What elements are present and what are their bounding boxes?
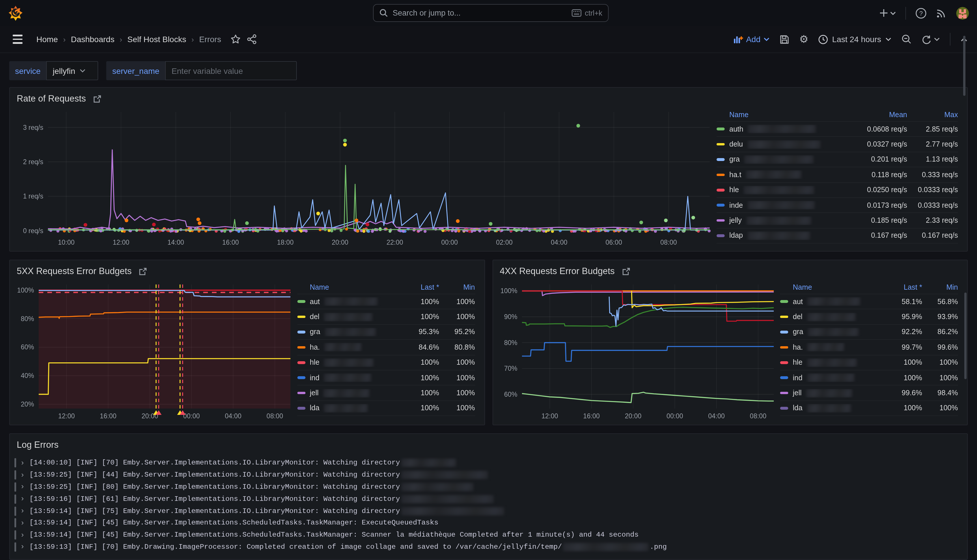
share-button[interactable] [247, 34, 257, 45]
log-line[interactable]: ›[13:59:14] [INF] [45] Emby.Server.Imple… [15, 529, 961, 541]
series-color-pill [297, 407, 305, 409]
legend-row[interactable]: ldap0.167 req/s0.167 req/s [716, 228, 958, 243]
panel-header[interactable]: Log Errors [10, 434, 967, 452]
legend-value: 100% [922, 373, 958, 382]
legend-row[interactable]: gra95.3%95.2% [297, 325, 475, 340]
log-line[interactable]: ›[13:59:25] [INF] [80] Emby.Server.Imple… [15, 481, 961, 493]
favorite-star-button[interactable] [230, 34, 241, 45]
legend-row[interactable]: del100%100% [297, 310, 475, 325]
legend-row[interactable]: aut58.1%56.8% [780, 294, 958, 310]
toolbar-divider [950, 33, 950, 46]
dashboard-settings-button[interactable]: ⚙ [799, 33, 808, 46]
external-link-icon[interactable] [93, 94, 102, 103]
external-link-icon[interactable] [139, 267, 147, 275]
legend-row[interactable]: hle100%100% [780, 355, 958, 370]
redacted-series-name [324, 343, 361, 352]
legend-row[interactable]: delu0.0327 req/s2.77 req/s [716, 137, 958, 152]
panel-title: Rate of Requests [17, 93, 86, 104]
time-range-picker[interactable]: Last 24 hours [818, 34, 892, 44]
redacted-log-text [401, 495, 494, 503]
legend-row[interactable]: hle0.0250 req/s0.0333 req/s [716, 183, 958, 198]
new-item-button[interactable] [879, 9, 896, 17]
add-panel-button[interactable]: Add [733, 35, 770, 44]
y-tick-label: 1 req/s [23, 192, 43, 200]
y-tick-label: 100% [17, 287, 34, 294]
panel-header[interactable]: 4XX Requests Error Budgets [493, 260, 967, 279]
legend-row[interactable]: ha.t0.118 req/s0.333 req/s [716, 167, 958, 183]
legend-row[interactable]: auth0.0608 req/s2.85 req/s [716, 122, 958, 137]
series-color-pill [297, 377, 305, 379]
grafana-logo-icon[interactable] [8, 5, 23, 21]
legend-row[interactable]: inde0.0173 req/s0.0333 req/s [716, 198, 958, 213]
expand-chevron-icon[interactable]: › [20, 519, 25, 527]
redacted-series-name [743, 186, 814, 195]
legend-row[interactable]: ind100%100% [780, 370, 958, 386]
service-variable-select[interactable]: jellyfin [47, 61, 99, 80]
legend-row[interactable]: ha.84.6%80.8% [297, 340, 475, 355]
series-color-pill [297, 346, 305, 348]
redacted-log-text [563, 543, 648, 551]
log-line[interactable]: ›[13:59:14] [INF] [75] Emby.Server.Imple… [15, 505, 961, 517]
expand-chevron-icon[interactable]: › [20, 459, 25, 467]
log-text: .png [650, 543, 666, 551]
breadcrumb-folder[interactable]: Self Host Blocks [127, 35, 186, 44]
error-budget-4xx-svg[interactable]: 60%70%80%90%100%12:0016:0020:0000:0004:0… [494, 280, 778, 423]
menu-toggle-button[interactable] [9, 32, 26, 47]
log-line[interactable]: ›[13:59:13] [INF] [70] Emby.Drawing.Imag… [15, 541, 961, 553]
legend-row[interactable]: jell99.6%98.4% [780, 386, 958, 401]
zoom-out-time-button[interactable] [901, 34, 912, 45]
expand-chevron-icon[interactable]: › [20, 483, 25, 491]
log-line[interactable]: ›[13:59:14] [INF] [45] Emby.Server.Imple… [15, 517, 961, 529]
breadcrumb-home[interactable]: Home [37, 35, 58, 44]
legend-row[interactable]: hle100%100% [297, 355, 475, 370]
legend-scrollbar[interactable] [963, 87, 965, 96]
redacted-series-name [747, 216, 811, 225]
panel-header[interactable]: Rate of Requests [10, 88, 967, 106]
error-budget-5xx-chart[interactable]: 20%40%60%80%100%12:0016:0020:0000:0004:0… [11, 280, 295, 423]
legend-row[interactable]: aut100%100% [297, 294, 475, 310]
news-rss-icon[interactable] [936, 8, 947, 18]
expand-chevron-icon[interactable]: › [20, 530, 25, 539]
grafana-dashboard: Search or jump to... ctrl+k ? [0, 0, 977, 560]
legend-row[interactable]: ha.99.7%99.6% [780, 340, 958, 355]
legend-row[interactable]: del95.9%93.9% [780, 310, 958, 325]
legend-value: 95.2% [439, 328, 475, 336]
legend-row[interactable]: gra0.201 req/s1.13 req/s [716, 152, 958, 168]
breadcrumb-separator: › [120, 35, 122, 43]
legend-scrollbar[interactable] [964, 293, 967, 379]
search-icon [379, 9, 388, 17]
external-link-icon[interactable] [621, 267, 630, 275]
legend-value: 0.185 req/s [847, 217, 907, 225]
expand-chevron-icon[interactable]: › [20, 495, 25, 503]
log-line[interactable]: ›[14:00:10] [INF] [70] Emby.Server.Imple… [15, 457, 961, 469]
log-line[interactable]: ›[13:59:25] [INF] [44] Emby.Server.Imple… [15, 469, 961, 481]
server-name-input[interactable] [165, 61, 297, 80]
legend-row[interactable]: gra92.2%86.2% [780, 325, 958, 340]
user-avatar[interactable] [956, 7, 969, 19]
help-icon[interactable]: ? [915, 7, 927, 19]
error-budget-4xx-chart[interactable]: 60%70%80%90%100%12:0016:0020:0000:0004:0… [494, 280, 778, 423]
expand-chevron-icon[interactable]: › [20, 507, 25, 515]
expand-chevron-icon[interactable]: › [20, 470, 25, 479]
legend-row[interactable]: jell100%100% [297, 386, 475, 401]
legend-row[interactable]: lda100%100% [780, 401, 958, 416]
expand-chevron-icon[interactable]: › [20, 543, 25, 551]
save-dashboard-button[interactable] [780, 34, 789, 44]
breadcrumb-dashboards[interactable]: Dashboards [71, 35, 114, 44]
error-budget-5xx-svg[interactable]: 20%40%60%80%100%12:0016:0020:0000:0004:0… [11, 280, 295, 423]
series-name-prefix: ind [793, 373, 802, 382]
log-text: [13:59:14] [INF] [45] Emby.Server.Implem… [30, 519, 439, 527]
rate-of-requests-chart[interactable]: 0 req/s1 req/s2 req/s3 req/s10:0012:0014… [11, 107, 714, 250]
panel-header[interactable]: 5XX Requests Error Budgets [10, 260, 484, 279]
refresh-button[interactable] [922, 34, 940, 44]
search-input[interactable]: Search or jump to... ctrl+k [373, 4, 609, 22]
log-line[interactable]: ›[13:59:16] [INF] [61] Emby.Server.Imple… [15, 493, 961, 505]
series-color-pill [716, 158, 725, 161]
legend-row[interactable]: ind100%100% [297, 370, 475, 386]
keyboard-icon [572, 9, 581, 17]
legend-value: 99.6% [884, 389, 922, 397]
legend-row[interactable]: lda100%100% [297, 401, 475, 416]
x-tick-label: 22:00 [387, 238, 403, 246]
rate-of-requests-svg[interactable]: 0 req/s1 req/s2 req/s3 req/s10:0012:0014… [11, 107, 714, 250]
legend-row[interactable]: jelly0.185 req/s2.33 req/s [716, 213, 958, 228]
